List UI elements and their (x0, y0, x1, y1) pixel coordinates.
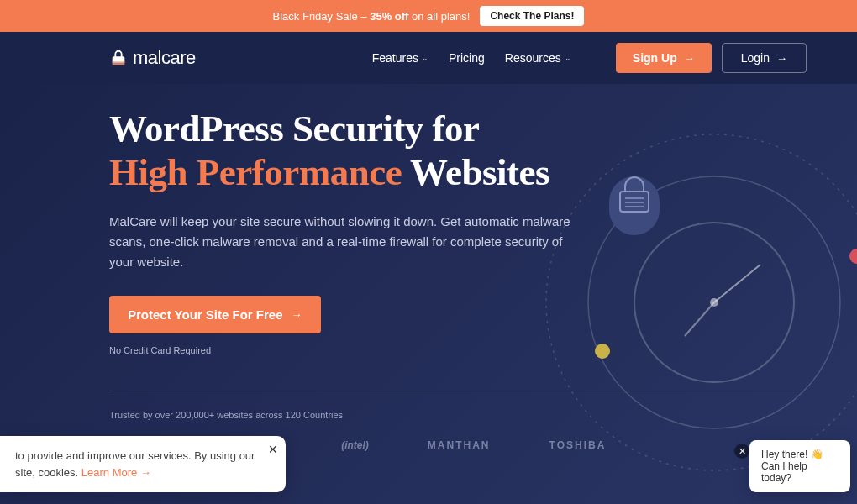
cookie-notice: × to provide and improve our services. B… (0, 436, 286, 492)
chat-close-button[interactable]: ✕ (734, 444, 749, 459)
chevron-down-icon: ⌄ (565, 54, 571, 62)
login-button[interactable]: Login→ (722, 43, 807, 73)
svg-rect-1 (113, 64, 125, 65)
arrow-right-icon: → (776, 52, 787, 65)
partner-logo: TOSHIBA (549, 439, 607, 451)
arrow-right-icon: → (684, 52, 695, 65)
main-nav: malcare Features⌄ Pricing Resources⌄ Sig… (0, 32, 857, 84)
svg-rect-0 (113, 62, 125, 63)
brand-name: malcare (133, 47, 196, 69)
nav-resources[interactable]: Resources⌄ (505, 51, 571, 65)
trusted-text: Trusted by over 200,000+ websites across… (109, 410, 807, 420)
svg-line-7 (685, 302, 714, 336)
svg-line-6 (714, 265, 760, 302)
promo-text: Black Friday Sale – 35% off on all plans… (273, 10, 471, 23)
svg-point-4 (634, 223, 794, 382)
svg-point-8 (849, 249, 857, 264)
lock-icon (109, 49, 128, 67)
learn-more-link[interactable]: Learn More → (81, 466, 151, 479)
nav-features[interactable]: Features⌄ (372, 51, 428, 65)
hero-description: MalCare will keep your site secure witho… (109, 212, 580, 272)
protect-site-button[interactable]: Protect Your Site For Free→ (109, 296, 321, 333)
chat-widget[interactable]: Hey there! 👋 Can I help today? (749, 440, 850, 492)
svg-rect-10 (620, 192, 649, 212)
no-credit-text: No Credit Card Required (109, 345, 807, 355)
hero-heading: WordPress Security for High Performance … (109, 108, 807, 195)
signup-button[interactable]: Sign Up→ (616, 43, 712, 73)
check-plans-button[interactable]: Check The Plans! (480, 6, 584, 26)
nav-links: Features⌄ Pricing Resources⌄ (372, 51, 571, 65)
partner-logo: MANTHAN (428, 439, 491, 451)
svg-point-5 (710, 298, 718, 307)
partner-logo: (intel) (341, 439, 369, 451)
chat-text: Hey there! 👋 Can I help today? (761, 449, 823, 484)
promo-bar: Black Friday Sale – 35% off on all plans… (0, 0, 857, 32)
nav-pricing[interactable]: Pricing (449, 51, 485, 65)
close-button[interactable]: × (268, 441, 277, 459)
chevron-down-icon: ⌄ (422, 54, 428, 62)
logo[interactable]: malcare (109, 47, 196, 69)
arrow-right-icon: → (292, 308, 302, 321)
